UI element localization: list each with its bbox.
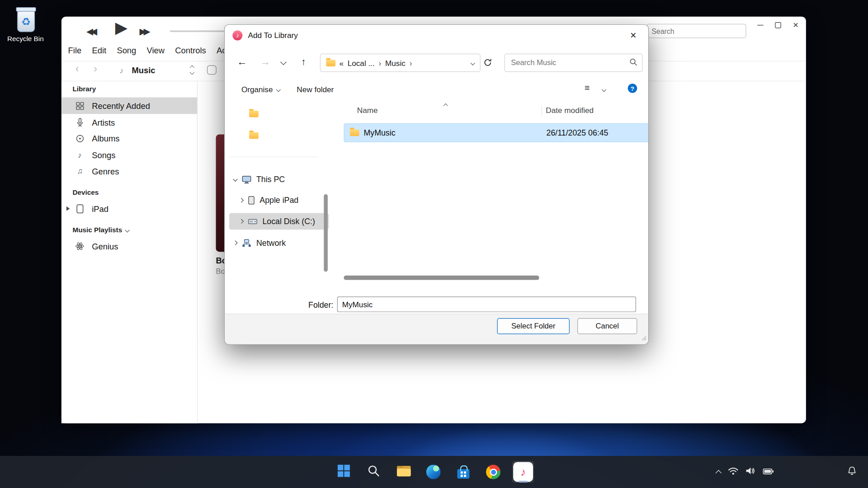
sidebar-item-ipad[interactable]: iPad [61, 200, 197, 217]
column-divider[interactable] [542, 105, 542, 116]
chevron-right-icon[interactable] [233, 240, 237, 245]
sidebar-item-recently-added[interactable]: Recently Added [61, 98, 197, 114]
pinned-folder-item[interactable] [225, 126, 341, 145]
view-mode-icon[interactable]: ≡ [585, 83, 590, 93]
dialog-command-bar: Organise New folder ≡ ? [225, 78, 648, 101]
resize-grip[interactable] [641, 333, 646, 343]
window-controls: × [755, 20, 800, 30]
itunes-app-icon: ♪ [513, 462, 533, 482]
chevron-down-icon[interactable] [125, 228, 129, 232]
sidebar-item-label: Albums [92, 134, 119, 143]
rewind-button[interactable]: ◀◀ [86, 26, 97, 37]
system-tray [716, 456, 774, 488]
close-button[interactable]: × [791, 20, 801, 30]
menu-edit[interactable]: Edit [92, 45, 106, 55]
forward-button[interactable]: ▶▶ [140, 26, 151, 37]
battery-icon[interactable] [763, 467, 774, 477]
file-explorer-button[interactable] [392, 461, 415, 483]
forward-arrow-icon[interactable]: → [260, 56, 270, 68]
list-horizontal-scrollbar[interactable] [344, 276, 539, 280]
chevron-down-icon[interactable] [233, 177, 237, 182]
help-icon[interactable]: ? [628, 84, 637, 93]
wifi-icon[interactable] [728, 467, 738, 477]
itunes-taskbar-button[interactable]: ♪ [512, 461, 534, 483]
refresh-icon[interactable] [483, 58, 492, 69]
play-button[interactable]: ▶ [115, 18, 127, 37]
breadcrumb-item-local[interactable]: Local ... [348, 58, 375, 67]
dialog-search-box[interactable] [505, 54, 643, 72]
genres-icon: ♫ [74, 167, 86, 176]
address-dropdown-chevron-icon[interactable] [471, 61, 475, 65]
dialog-close-icon[interactable]: × [626, 29, 641, 42]
menu-view[interactable]: View [147, 45, 165, 55]
up-arrow-icon[interactable]: ↑ [301, 57, 306, 68]
pinned-folder-item[interactable] [225, 104, 341, 123]
column-header-date-modified[interactable]: Date modified [546, 106, 594, 115]
recent-locations-chevron-icon[interactable] [280, 59, 287, 65]
file-row-mymusic[interactable]: MyMusic 26/11/2025 06:45 [344, 123, 649, 142]
select-folder-button[interactable]: Select Folder [497, 318, 570, 334]
recycle-bin-desktop-icon[interactable]: ♻ Recycle Bin [5, 7, 47, 43]
disk-drive-icon [248, 218, 258, 225]
folder-name-input[interactable] [337, 296, 636, 312]
dialog-titlebar[interactable]: ♪ Add To Library × [225, 25, 648, 46]
tree-item-this-pc[interactable]: This PC [225, 170, 341, 189]
sidebar-item-label: Genres [92, 166, 119, 176]
microsoft-store-button[interactable] [452, 461, 474, 483]
file-date-modified: 26/11/2025 06:45 [547, 128, 609, 137]
sort-ascending-icon[interactable] [443, 103, 448, 108]
library-picker[interactable]: Music [132, 65, 155, 75]
picker-spinner-icon[interactable] [190, 66, 193, 74]
tray-chevron-up-icon[interactable] [715, 469, 722, 476]
tree-item-label: Apple iPad [259, 196, 298, 205]
sidebar-item-albums[interactable]: Albums [61, 130, 197, 147]
column-header-name[interactable]: Name [357, 106, 378, 115]
notification-area[interactable] [847, 456, 857, 488]
nav-forward-icon[interactable]: › [94, 62, 97, 75]
menu-bar: File Edit Song View Controls Account [68, 45, 247, 55]
tree-item-label: Network [256, 239, 286, 248]
search-icon [367, 464, 380, 479]
folder-icon [326, 60, 335, 66]
expand-caret-icon[interactable] [66, 206, 70, 211]
ipad-device-icon [248, 196, 255, 205]
start-button[interactable] [333, 461, 355, 483]
devices-heading: Devices [72, 189, 99, 197]
maximize-button[interactable] [774, 20, 783, 30]
menu-controls[interactable]: Controls [175, 45, 206, 55]
new-folder-button[interactable]: New folder [297, 85, 334, 94]
windows-logo-icon [337, 464, 350, 479]
view-mode-chevron-icon[interactable] [602, 87, 606, 92]
song-note-icon: ♪ [74, 150, 86, 160]
nav-back-icon[interactable]: ‹ [75, 62, 79, 75]
chrome-button[interactable] [482, 461, 505, 483]
edge-button[interactable] [422, 461, 444, 483]
miniplayer-icon[interactable] [207, 65, 217, 75]
sidebar-item-genius[interactable]: Genius [61, 238, 197, 255]
menu-file[interactable]: File [68, 45, 82, 55]
chrome-browser-icon [486, 465, 500, 479]
organise-label: Organise [241, 85, 273, 94]
breadcrumb-overflow[interactable]: « [340, 58, 344, 67]
taskbar-search-button[interactable] [363, 461, 385, 483]
itunes-search-input[interactable] [646, 24, 746, 38]
organise-button[interactable]: Organise [241, 85, 280, 94]
sidebar-item-label: Genius [92, 241, 118, 251]
chevron-right-icon[interactable] [239, 198, 244, 202]
folder-icon [249, 111, 259, 117]
address-bar[interactable]: « Local ... › Music › [320, 54, 481, 72]
menu-song[interactable]: Song [117, 45, 136, 55]
breadcrumb-item-music[interactable]: Music [385, 58, 406, 67]
cancel-button[interactable]: Cancel [577, 318, 637, 334]
dialog-search-input[interactable] [510, 58, 629, 68]
ipad-icon [74, 204, 86, 213]
sidebar-item-songs[interactable]: ♪ Songs [61, 146, 197, 163]
back-arrow-icon[interactable]: ← [237, 56, 247, 68]
volume-icon[interactable] [745, 467, 755, 477]
sidebar-item-artists[interactable]: Artists [61, 114, 197, 131]
file-list: Name Date modified MyMusic 26/11/2025 06… [344, 103, 649, 283]
tree-vertical-scrollbar[interactable] [324, 194, 328, 272]
sidebar-item-genres[interactable]: ♫ Genres [61, 163, 197, 179]
breadcrumb-separator-icon: › [378, 58, 381, 68]
minimize-button[interactable] [755, 20, 765, 30]
